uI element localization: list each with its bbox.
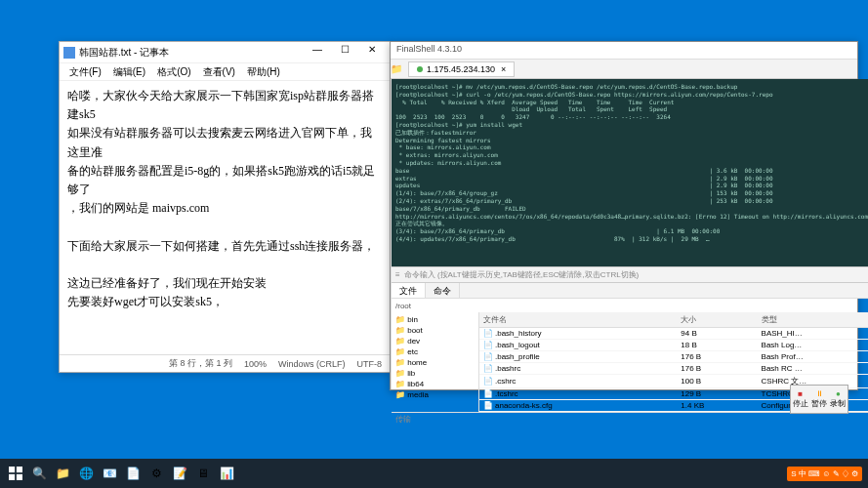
tree-item[interactable]: 📁 media bbox=[393, 389, 476, 400]
taskbar-icon[interactable]: 📄 bbox=[122, 462, 144, 485]
taskbar-icon[interactable]: ⚙ bbox=[145, 462, 167, 485]
status-lineending: Windows (CRLF) bbox=[278, 359, 346, 369]
tree-item[interactable]: 📁 bin bbox=[393, 314, 476, 325]
connection-tab[interactable]: 1.175.45.234.130 × bbox=[408, 61, 515, 77]
tree-item[interactable]: 📁 boot bbox=[393, 325, 476, 336]
record-button[interactable]: ●录制 bbox=[830, 389, 846, 409]
tree-item[interactable]: 📁 home bbox=[393, 357, 476, 368]
taskbar: 🔍📁🌐📧📄⚙📝🖥📊 S 中 ⌨ ☺ ✎ ♢ ⚙ bbox=[0, 459, 868, 488]
col-header[interactable]: 文件名 bbox=[479, 312, 677, 328]
ime-indicator[interactable]: S 中 ⌨ ☺ ✎ ♢ ⚙ bbox=[787, 467, 862, 481]
taskbar-icon[interactable]: 📧 bbox=[99, 462, 120, 485]
menu-help[interactable]: 帮助(H) bbox=[241, 63, 286, 80]
tab-commands[interactable]: 命令 bbox=[426, 283, 460, 298]
notepad-titlebar[interactable]: 韩国站群.txt - 记事本 — ☐ ✕ bbox=[60, 42, 390, 63]
svg-rect-3 bbox=[17, 474, 22, 480]
taskbar-icon[interactable]: 🖥 bbox=[192, 462, 214, 485]
connection-status-icon bbox=[417, 66, 423, 72]
folder-icon[interactable]: 📁 bbox=[391, 63, 402, 74]
svg-rect-2 bbox=[9, 474, 15, 480]
minimize-button[interactable]: — bbox=[304, 44, 331, 61]
terminal-output[interactable]: [root@localhost ~]# mv /etc/yum.repos.d/… bbox=[392, 79, 868, 266]
command-input-bar: ≡ 命令输入 (按ALT键提示历史,TAB键路径,ESC键清除,双击CTRL切换… bbox=[392, 266, 868, 282]
close-button[interactable]: ✕ bbox=[358, 44, 386, 61]
table-row[interactable]: 📄.bash_profile176 BBash Prof…2013/12/29 … bbox=[479, 351, 868, 363]
taskbar-icon[interactable]: 🔍 bbox=[28, 462, 50, 485]
tree-item[interactable]: 📁 lib bbox=[393, 368, 476, 379]
stop-button[interactable]: ■停止 bbox=[793, 389, 808, 409]
finalshell-title[interactable]: FinalShell 4.3.10 bbox=[391, 42, 857, 60]
tab-close-icon[interactable]: × bbox=[501, 64, 506, 74]
path-display[interactable]: /root bbox=[395, 302, 411, 310]
taskbar-icon[interactable]: 📊 bbox=[216, 462, 237, 485]
notepad-menubar: 文件(F) 编辑(E) 格式(O) 查看(V) 帮助(H) bbox=[60, 63, 390, 81]
taskbar-icon[interactable]: 📝 bbox=[169, 462, 190, 485]
tree-item[interactable]: 📁 etc bbox=[393, 346, 476, 357]
taskbar-icon[interactable]: 📁 bbox=[52, 462, 73, 485]
notepad-title: 韩国站群.txt - 记事本 bbox=[79, 46, 304, 60]
svg-rect-0 bbox=[9, 467, 15, 472]
menu-format[interactable]: 格式(O) bbox=[151, 63, 196, 80]
file-tree: 📁 bin📁 boot📁 dev📁 etc📁 home📁 lib📁 lib64📁… bbox=[392, 312, 479, 412]
transfer-label: 传输 bbox=[392, 412, 868, 426]
col-header[interactable]: 大小 bbox=[677, 312, 757, 328]
tree-item[interactable]: 📁 lib64 bbox=[393, 379, 476, 389]
pause-button[interactable]: ⏸暂停 bbox=[811, 389, 827, 409]
cmd-hint[interactable]: 命令输入 (按ALT键提示历史,TAB键路径,ESC键清除,双击CTRL切换) bbox=[404, 269, 640, 280]
svg-rect-1 bbox=[17, 467, 22, 472]
recording-controls: ■停止 ⏸暂停 ●录制 bbox=[790, 385, 848, 414]
menu-view[interactable]: 查看(V) bbox=[197, 63, 241, 80]
system-tray: S 中 ⌨ ☺ ✎ ♢ ⚙ bbox=[785, 467, 864, 481]
notepad-window: 韩国站群.txt - 记事本 — ☐ ✕ 文件(F) 编辑(E) 格式(O) 查… bbox=[59, 41, 391, 373]
col-header[interactable]: 类型 bbox=[758, 312, 868, 328]
menu-file[interactable]: 文件(F) bbox=[63, 63, 107, 80]
taskbar-icon[interactable]: 🌐 bbox=[75, 462, 97, 485]
menu-edit[interactable]: 编辑(E) bbox=[107, 63, 151, 80]
notepad-icon bbox=[63, 47, 75, 59]
finalshell-window: FinalShell 4.3.10 📁 1.175.45.234.130 × 状… bbox=[390, 41, 858, 390]
table-row[interactable]: 📄.bash_logout18 BBash Log…2013/12/29 10:… bbox=[479, 340, 868, 351]
file-panel: 文件 命令 /root 历史 书签 📁 bin📁 boot📁 dev📁 etc📁… bbox=[392, 282, 868, 389]
start-button[interactable] bbox=[4, 462, 27, 485]
notepad-statusbar: 第 8 行，第 1 列 100% Windows (CRLF) UTF-8 bbox=[60, 354, 390, 372]
status-zoom: 100% bbox=[244, 359, 267, 369]
tree-item[interactable]: 📁 dev bbox=[393, 336, 476, 346]
table-row[interactable]: 📄.bash_history94 BBASH_HI…2024/08/20 13:… bbox=[479, 328, 868, 340]
connection-ip: 1.175.45.234.130 bbox=[427, 64, 495, 74]
tab-files[interactable]: 文件 bbox=[392, 283, 426, 298]
status-position: 第 8 行，第 1 列 bbox=[169, 357, 232, 370]
table-row[interactable]: 📄.bashrc176 BBash RC …2013/12/29 10:26-r… bbox=[479, 363, 868, 375]
notepad-textarea[interactable]: 哈喽，大家伙今天给大家展示一下韩国家宽isp站群服务器搭建sk5 如果没有站群服… bbox=[60, 81, 390, 317]
status-encoding: UTF-8 bbox=[357, 359, 383, 369]
finalshell-tabbar: 📁 1.175.45.234.130 × bbox=[391, 60, 857, 79]
maximize-button[interactable]: ☐ bbox=[331, 44, 358, 61]
